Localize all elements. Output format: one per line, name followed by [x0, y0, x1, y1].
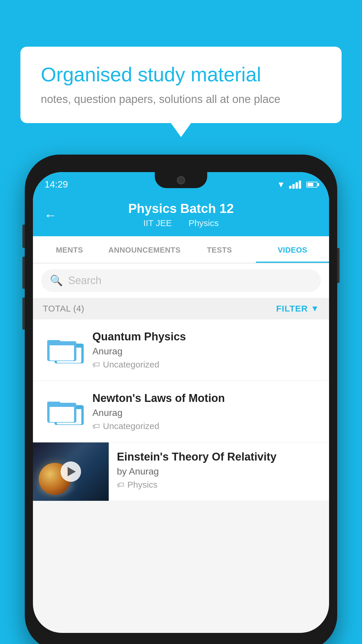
bubble-title: Organised study material [41, 63, 321, 87]
search-bar[interactable]: 🔍 Search [41, 269, 321, 292]
filter-button[interactable]: FILTER ▼ [276, 304, 319, 314]
tag-text: Uncategorized [103, 421, 159, 431]
tag-text: Physics [127, 480, 157, 490]
double-folder-icon [47, 398, 79, 426]
folder-icon [43, 396, 84, 428]
list-item[interactable]: Newton's Laws of Motion Anurag 🏷 Uncateg… [33, 381, 329, 442]
status-time: 14:29 [45, 179, 68, 190]
play-triangle-icon [68, 467, 76, 476]
video-info: Newton's Laws of Motion Anurag 🏷 Uncateg… [92, 392, 319, 431]
play-button[interactable] [61, 461, 81, 482]
folder-front-icon [47, 402, 72, 423]
folder-front-icon [47, 340, 72, 361]
video-title: Quantum Physics [92, 330, 319, 343]
tab-ments[interactable]: MENTS [33, 236, 106, 263]
tag-iit-jee: IIT JEE [143, 218, 172, 228]
phone-frame: 14:29 ▼ ← Physics Batch 12 [25, 155, 337, 644]
phone-notch [155, 172, 207, 188]
tag-text: Uncategorized [103, 360, 159, 370]
video-author: by Anurag [117, 466, 321, 477]
video-info: Einstein's Theory Of Relativity by Anura… [109, 442, 329, 498]
video-info: Quantum Physics Anurag 🏷 Uncategorized [92, 330, 319, 370]
back-button[interactable]: ← [44, 208, 57, 223]
wifi-icon: ▼ [277, 180, 285, 189]
video-tag: 🏷 Uncategorized [92, 421, 319, 431]
search-bar-container: 🔍 Search [33, 263, 329, 298]
total-count: TOTAL (4) [43, 304, 84, 314]
tabs-bar: MENTS ANNOUNCEMENTS TESTS VIDEOS [33, 236, 329, 263]
search-icon: 🔍 [50, 274, 63, 287]
video-list: Quantum Physics Anurag 🏷 Uncategorized [33, 319, 329, 501]
filter-funnel-icon: ▼ [311, 304, 319, 313]
video-thumbnail [33, 442, 109, 501]
search-input[interactable]: Search [68, 274, 101, 287]
tab-announcements[interactable]: ANNOUNCEMENTS [106, 236, 183, 263]
camera-dot [177, 176, 185, 184]
signal-icon [289, 181, 301, 189]
double-folder-icon [47, 336, 79, 364]
tag-icon: 🏷 [92, 360, 100, 369]
list-item[interactable]: Quantum Physics Anurag 🏷 Uncategorized [33, 319, 329, 381]
phone-screen: 14:29 ▼ ← Physics Batch 12 [33, 172, 329, 633]
app-header: ← Physics Batch 12 IIT JEE Physics [33, 194, 329, 236]
tab-videos[interactable]: VIDEOS [256, 236, 329, 263]
tag-icon: 🏷 [92, 422, 100, 431]
list-item[interactable]: Einstein's Theory Of Relativity by Anura… [33, 442, 329, 501]
filter-row: TOTAL (4) FILTER ▼ [33, 298, 329, 319]
silent-button [22, 298, 25, 330]
video-title: Newton's Laws of Motion [92, 392, 319, 405]
tab-tests[interactable]: TESTS [183, 236, 256, 263]
video-tag: 🏷 Uncategorized [92, 360, 319, 370]
volume-down-button [22, 257, 25, 289]
video-author: Anurag [92, 407, 319, 418]
video-title: Einstein's Theory Of Relativity [117, 451, 321, 463]
battery-icon [306, 182, 317, 188]
video-author: Anurag [92, 346, 319, 357]
volume-up-button [22, 225, 25, 248]
speech-bubble: Organised study material notes, question… [20, 47, 342, 123]
page-title: Physics Batch 12 [45, 201, 317, 216]
tag-physics: Physics [189, 218, 219, 228]
speech-bubble-container: Organised study material notes, question… [20, 47, 342, 123]
bubble-subtitle: notes, question papers, solutions all at… [41, 93, 321, 106]
tag-icon: 🏷 [117, 480, 124, 489]
header-subtitle: IIT JEE Physics [45, 218, 317, 228]
video-tag: 🏷 Physics [117, 480, 321, 490]
power-button [337, 248, 340, 283]
folder-icon [43, 334, 84, 366]
status-icons: ▼ [277, 180, 317, 189]
